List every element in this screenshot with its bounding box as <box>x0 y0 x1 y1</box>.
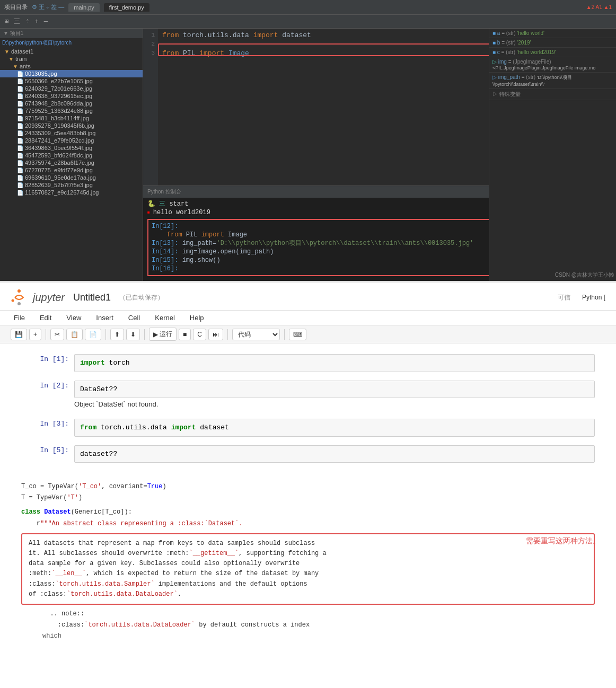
doc-line-5: :class:`torch.utils.data.Sampler` implem… <box>29 579 587 589</box>
file-icon: 📄 <box>17 160 23 166</box>
tree-file-6[interactable]: 📄9715481_b3cb4114ff.jpg <box>0 114 143 122</box>
cell-body-3[interactable]: from torch.utils.data import dataset <box>74 419 595 437</box>
ide-screenshot: 项目目录 ⚙ 王 ÷ 差 — main.py first_demo.py ▲2 … <box>0 0 616 281</box>
file-icon: 📄 <box>17 130 23 136</box>
file-icon: 📄 <box>17 108 23 114</box>
toolbar-add-cell[interactable]: + <box>29 329 41 340</box>
doc-line-4: :meth:`__len__`, which is expected to re… <box>29 569 587 579</box>
menu-insert[interactable]: Insert <box>93 312 117 324</box>
cell-3[interactable]: In [3]: from torch.utils.data import dat… <box>21 419 595 437</box>
cv-line-t: T = TypeVar('T') <box>21 493 595 503</box>
cell-body-1[interactable]: import torch <box>74 354 595 372</box>
ide-toolbar: ⊞ 三 ÷ + — <box>0 15 616 29</box>
file-icon: 📄 <box>17 145 23 151</box>
cell-body-5[interactable]: dataset?? <box>74 445 595 463</box>
tree-file-2[interactable]: 📄6240329_72c01e663e.jpg <box>0 85 143 92</box>
ide-tab-main[interactable]: main.py <box>68 3 100 12</box>
tree-file-1[interactable]: 📄5650366_e22b7e1065.jpg <box>0 77 143 85</box>
jupyter-cells: In [1]: import torch In [2]: DataSet?? O… <box>0 343 616 482</box>
toolbar-separator-3 <box>144 329 145 340</box>
var-a: ■ a = (str) 'hello world' <box>489 29 616 38</box>
toolbar-stop[interactable]: ■ <box>179 329 191 340</box>
toolbar-copy[interactable]: 📋 <box>66 329 83 340</box>
cell-code-5[interactable]: dataset?? <box>74 445 595 463</box>
variables-panel: ■ a = (str) 'hello world' ■ b = (str) '2… <box>489 29 616 281</box>
toolbar-save[interactable]: 💾 <box>11 329 27 340</box>
cell-body-2[interactable]: DataSet?? Object `DataSet` not found. <box>74 381 595 411</box>
toolbar-separator-1 <box>46 329 46 340</box>
cell-5[interactable]: In [5]: dataset?? <box>21 445 595 463</box>
file-icon: 📄 <box>17 71 23 77</box>
menu-cell[interactable]: Cell <box>125 312 143 324</box>
menu-edit[interactable]: Edit <box>37 312 55 324</box>
tree-folder-train[interactable]: ▼ train <box>0 55 143 63</box>
cell-prompt-1: In [1]: <box>21 354 74 372</box>
jupyter-kernel: Python [ <box>582 294 605 301</box>
file-icon: 📄 <box>17 78 23 84</box>
toolbar-run[interactable]: ▶运行 <box>149 328 177 341</box>
cell-output-2: Object `DataSet` not found. <box>74 398 595 410</box>
toolbar-separator-2 <box>105 329 106 340</box>
toolbar-cut[interactable]: ✂ <box>50 329 64 340</box>
tree-file-13[interactable]: 📄67270775_e9fdf77e9d.jpg <box>0 166 143 174</box>
file-icon: 📄 <box>17 116 23 121</box>
ide-tab-active[interactable]: first_demo.py <box>104 3 149 12</box>
tree-file-3[interactable]: 📄6240338_93729615ec.jpg <box>0 92 143 100</box>
tree-folder-dataset1[interactable]: ▼ dataset1 <box>0 48 143 55</box>
tree-file-12[interactable]: 📄49375974_e28ba6f17e.jpg <box>0 159 143 166</box>
toolbar-icon-4: + <box>33 17 40 26</box>
jupyter-header: jupyter Untitled1 （已自动保存） 可信 Python [ <box>0 283 616 311</box>
menu-view[interactable]: View <box>63 312 84 324</box>
svg-point-1 <box>17 302 21 305</box>
jupyter-trusted: 可信 <box>558 293 570 302</box>
toolbar-restart[interactable]: C <box>193 329 206 340</box>
cell-2[interactable]: In [2]: DataSet?? Object `DataSet` not f… <box>21 381 595 411</box>
tree-file-15[interactable]: 📄82852639_52b7f7f5e3.jpg <box>0 181 143 189</box>
tree-file-4[interactable]: 📄6743948_2b8c096dda.jpg <box>0 100 143 107</box>
tree-file-14[interactable]: 📄69639610_95e0de17aa.jpg <box>0 174 143 181</box>
tree-file-10[interactable]: 📄36439863_0bec9f554f.jpg <box>0 144 143 152</box>
folder-icon: ▼ <box>8 56 14 62</box>
toolbar-icon-5: — <box>42 17 49 26</box>
var-img: ▷ img = (JpegImageFile) <PIL.JpegImagePl… <box>489 57 616 73</box>
cell-code-3[interactable]: from torch.utils.data import dataset <box>74 419 595 437</box>
jupyter-menubar: File Edit View Insert Cell Kernel Help <box>0 311 616 325</box>
file-icon: 📄 <box>17 86 23 92</box>
doc-line-6: of :class:`torch.utils.data.DataLoader`. <box>29 589 587 599</box>
tree-file-9[interactable]: 📄28847241_e79fe052cd.jpg <box>0 137 143 144</box>
menu-file[interactable]: File <box>11 312 28 324</box>
watermark: CSDN @吉林大学王小懒 <box>555 271 614 279</box>
tree-folder-ants[interactable]: ▼ ants <box>0 63 143 70</box>
menu-help[interactable]: Help <box>187 312 207 324</box>
cell-code-1[interactable]: import torch <box>74 354 595 372</box>
cell-prompt-5: In [5]: <box>21 445 74 463</box>
file-icon: 📄 <box>17 138 23 144</box>
toolbar-separator-5 <box>284 329 285 340</box>
tree-file-7[interactable]: 📄20935278_9190345f6b.jpg <box>0 122 143 129</box>
doc-line-1: All datasets that represent a map from k… <box>29 539 587 549</box>
tree-file-8[interactable]: 📄24335309_c5ea483bb8.jpg <box>0 129 143 137</box>
tree-file-5[interactable]: 📄7759525_1363d24e88.jpg <box>0 107 143 114</box>
menu-kernel[interactable]: Kernel <box>152 312 178 324</box>
keyword-import: import <box>80 359 105 367</box>
cell-1[interactable]: In [1]: import torch <box>21 354 595 372</box>
toolbar-paste[interactable]: 📄 <box>85 329 101 340</box>
keyword-from: from <box>80 424 96 431</box>
docstring-box: All datasets that represent a map from k… <box>21 533 595 605</box>
toolbar-restart-run-all[interactable]: ⏭ <box>208 329 223 340</box>
tree-file-0013035[interactable]: 📄 0013035.jpg <box>0 70 143 77</box>
cell-code-2[interactable]: DataSet?? <box>74 381 595 399</box>
ide-project-label: 项目目录 <box>4 3 28 11</box>
file-icon: 📄 <box>17 101 23 107</box>
toolbar-move-up[interactable]: ⬆ <box>110 329 124 340</box>
toolbar-icon-3: ÷ <box>24 17 31 26</box>
jupyter-notebook-name[interactable]: Untitled1 <box>73 292 111 303</box>
doc-line-3: data sample for a given key. Subclasses … <box>29 559 587 569</box>
toolbar-keyboard[interactable]: ⌨ <box>289 329 306 340</box>
tree-file-16[interactable]: 📄116570827_e9c126745d.jpg <box>0 189 143 196</box>
toolbar-move-down[interactable]: ⬇ <box>126 329 140 340</box>
cell-type-select[interactable]: 代码 Markdown Raw <box>232 329 280 340</box>
cell-prompt-3: In [3]: <box>21 419 74 437</box>
tree-file-11[interactable]: 📄45472593_bfd624f8dc.jpg <box>0 152 143 159</box>
toolbar-icon-2: 三 <box>12 16 22 27</box>
